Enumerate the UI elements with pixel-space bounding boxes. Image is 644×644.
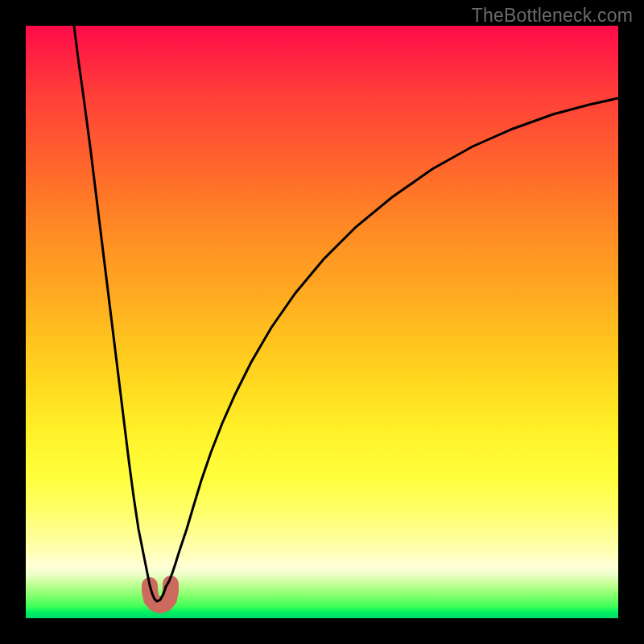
bottleneck-curve [74,26,618,601]
plot-area [26,26,618,618]
chart-frame: TheBottleneck.com [0,0,644,644]
curve-layer [26,26,618,618]
watermark-text: TheBottleneck.com [472,5,633,27]
